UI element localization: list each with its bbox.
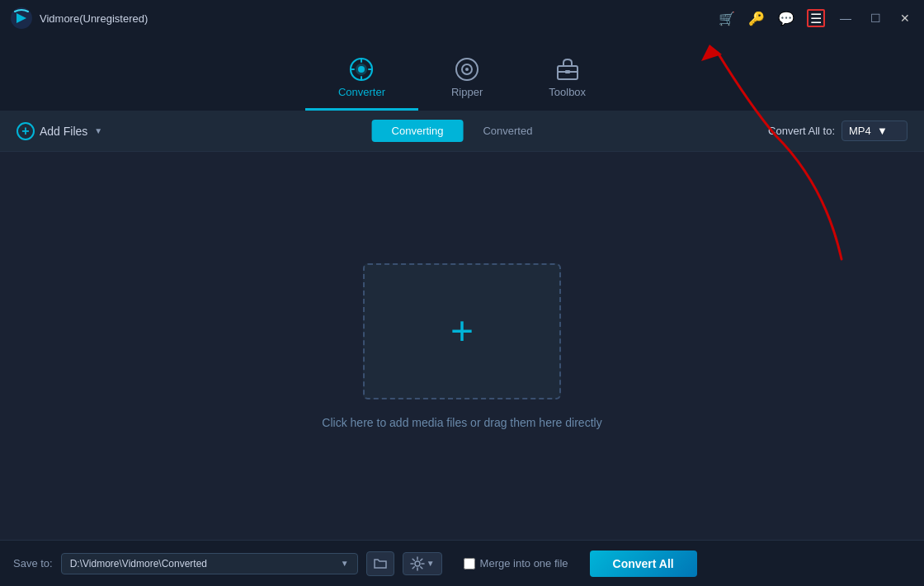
app-logo [10,7,33,30]
toolbox-icon [554,56,581,83]
svg-point-3 [358,66,365,73]
open-folder-button[interactable] [366,551,394,576]
maximize-button[interactable]: ☐ [866,9,884,27]
format-dropdown[interactable]: MP4 ▼ [842,121,908,141]
convert-all-button[interactable]: Convert All [590,551,697,577]
drop-area[interactable]: + [363,263,561,399]
chat-icon[interactable]: 💬 [777,9,795,27]
tab-ripper[interactable]: Ripper [418,48,516,111]
app-title: Vidmore(Unregistered) [40,12,148,25]
convert-tabs: Converting Converted [372,120,553,142]
close-button[interactable]: ✕ [896,9,914,27]
convert-all-to: Convert All to: MP4 ▼ [768,121,908,141]
title-bar-right: 🛒 🔑 💬 ☰ — ☐ ✕ [718,9,914,27]
add-files-icon: + [16,122,35,140]
main-content: + Click here to add media files or drag … [0,152,924,540]
convert-all-to-label: Convert All to: [768,125,835,137]
cart-icon[interactable]: 🛒 [718,9,736,27]
converted-tab[interactable]: Converted [463,120,552,142]
settings-icon [410,556,425,571]
path-dropdown-arrow: ▼ [341,559,349,568]
ripper-icon [454,56,480,83]
svg-point-11 [415,561,420,566]
menu-button[interactable]: ☰ [807,9,825,27]
key-icon[interactable]: 🔑 [747,9,766,27]
merge-label: Merge into one file [480,557,568,569]
title-bar: Vidmore(Unregistered) 🛒 🔑 💬 ☰ — ☐ ✕ [0,0,924,36]
minimize-button[interactable]: — [837,9,855,27]
toolbar: + Add Files ▼ Converting Converted Conve… [0,111,924,152]
tab-converter[interactable]: Converter [305,48,418,111]
folder-icon [373,556,388,571]
converter-icon [348,56,375,83]
format-dropdown-arrow: ▼ [877,125,900,137]
bottom-bar: Save to: D:\Vidmore\Vidmore\Converted ▼ … [0,540,924,586]
converter-label: Converter [338,86,385,98]
svg-point-6 [465,68,469,71]
converting-tab[interactable]: Converting [372,120,464,142]
toolbox-label: Toolbox [549,86,586,98]
drop-plus-icon: + [450,311,474,351]
format-value: MP4 [849,125,872,137]
title-bar-left: Vidmore(Unregistered) [10,7,148,30]
merge-checkbox-label[interactable]: Merge into one file [464,557,568,569]
ripper-label: Ripper [451,86,483,98]
settings-dropdown-arrow: ▼ [427,559,435,568]
save-to-label: Save to: [13,557,53,569]
add-files-button[interactable]: + Add Files ▼ [16,122,102,140]
add-files-dropdown-arrow: ▼ [94,126,102,135]
nav-tabs: Converter Ripper Toolbox [0,36,924,111]
drop-text[interactable]: Click here to add media files or drag th… [322,416,601,429]
tab-toolbox[interactable]: Toolbox [516,48,619,111]
save-path-input[interactable]: D:\Vidmore\Vidmore\Converted ▼ [61,553,358,574]
svg-rect-9 [565,70,570,73]
settings-button[interactable]: ▼ [403,552,442,575]
save-path-text: D:\Vidmore\Vidmore\Converted [70,558,207,569]
merge-checkbox[interactable] [464,558,475,569]
add-files-label: Add Files [40,125,87,138]
